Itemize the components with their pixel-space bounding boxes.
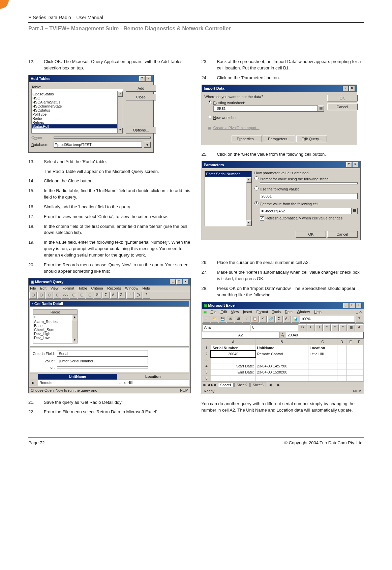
corner-cell[interactable] xyxy=(202,339,211,345)
list-item[interactable]: * xyxy=(34,316,77,320)
column-header-unitname[interactable]: UnitName xyxy=(38,373,117,380)
close-icon[interactable]: × xyxy=(146,76,151,81)
menu-records[interactable]: Records xyxy=(107,286,121,290)
list-item[interactable]: HSCAlarmStatus xyxy=(32,100,122,104)
sheet-tab-3[interactable]: Sheet3 xyxy=(250,383,266,387)
sort-desc-icon[interactable]: Z↓ xyxy=(118,292,126,299)
cancel-button[interactable]: Cancel xyxy=(327,231,358,238)
menu-help[interactable]: Help xyxy=(142,286,150,290)
print-icon[interactable]: 🖶 xyxy=(235,316,242,323)
menu-file[interactable]: File xyxy=(211,310,217,314)
col-header-d[interactable]: D xyxy=(337,339,346,345)
close-button[interactable]: Close xyxy=(126,94,156,100)
parameters-button[interactable]: Parameters... xyxy=(263,136,295,142)
list-item[interactable]: HSCchannelState xyxy=(32,104,122,108)
radio-use-value[interactable] xyxy=(254,186,259,190)
sheet-tab-1[interactable]: Sheet1 xyxy=(218,383,234,387)
list-item[interactable]: Dev_Low xyxy=(34,336,77,340)
existing-cell-field[interactable]: =$B$1 xyxy=(213,106,318,112)
tabnav-first-icon[interactable]: ⏮ xyxy=(203,383,207,387)
scroll-down-icon[interactable]: ▼ xyxy=(118,128,123,133)
sigma-icon[interactable]: Σ xyxy=(102,292,110,299)
close-icon[interactable]: × xyxy=(183,279,188,284)
menu-format[interactable]: Format xyxy=(256,310,268,314)
new-icon[interactable]: □ xyxy=(203,316,210,323)
tabnav-last-icon[interactable]: ⏭ xyxy=(214,383,217,387)
sort-asc-icon[interactable]: A↓ xyxy=(110,292,118,299)
ok-button[interactable]: OK xyxy=(327,95,358,101)
menu-view[interactable]: View xyxy=(51,286,59,290)
scroll-down-icon[interactable]: ▼ xyxy=(72,338,77,343)
menu-edit[interactable]: Edit xyxy=(40,286,47,290)
table-row[interactable]: 1Serial NumberUnitNameLocation xyxy=(202,345,363,351)
sql-icon[interactable]: SQL xyxy=(62,292,69,299)
close-icon[interactable]: × xyxy=(353,162,358,167)
col-header-b[interactable]: B xyxy=(255,339,308,345)
use-value-field[interactable]: 20061 xyxy=(260,193,358,199)
scroll-up-icon[interactable]: ▲ xyxy=(118,91,123,97)
table-row[interactable]: 4Start Date:23-04-03 14:57:00 xyxy=(202,363,363,369)
list-item[interactable]: HSC xyxy=(32,96,122,100)
maximize-icon[interactable]: □ xyxy=(350,303,355,308)
range-picker-icon[interactable]: ▦ xyxy=(318,106,324,112)
hscrollbar[interactable]: ◀ ▶ xyxy=(268,383,362,387)
save-icon[interactable]: 💾 xyxy=(219,316,226,323)
font-name-field[interactable]: Arial xyxy=(203,324,250,331)
col-header-f[interactable]: F xyxy=(355,339,363,345)
open-icon[interactable]: 📂 xyxy=(211,316,218,323)
toolbar-icon[interactable]: ▢ xyxy=(29,292,37,299)
italic-icon[interactable]: I xyxy=(307,324,314,331)
criteria-value-input[interactable]: [Enter Serial Number] xyxy=(57,358,148,364)
edit-query-button[interactable]: Edit Query... xyxy=(296,136,327,142)
refresh-checkbox[interactable]: ✓ xyxy=(260,216,264,221)
sheet-tab-2[interactable]: Sheet2 xyxy=(234,383,250,387)
menu-window[interactable]: Window xyxy=(125,286,138,290)
list-item-selected[interactable]: StatusPoll xyxy=(32,124,122,128)
run-icon[interactable]: ! xyxy=(126,292,134,299)
sort-icon[interactable]: A↓ xyxy=(283,316,291,323)
properties-button[interactable]: Properties... xyxy=(232,136,262,142)
maximize-icon[interactable]: □ xyxy=(176,279,182,284)
menu-criteria[interactable]: Criteria xyxy=(91,286,103,290)
table-row[interactable]: 3 xyxy=(202,357,363,363)
toolbar-icon[interactable]: ▢ xyxy=(46,292,53,299)
toolbar-icon[interactable]: ▢ xyxy=(78,292,85,299)
autosum-icon[interactable]: Σ xyxy=(275,316,283,323)
close-icon[interactable]: × xyxy=(356,303,362,308)
help-icon[interactable]: ? xyxy=(346,162,352,167)
toolbar-icon[interactable]: ▢ xyxy=(86,292,93,299)
col-header-c[interactable]: C xyxy=(308,339,337,345)
undo-icon[interactable]: ↶ xyxy=(259,316,267,323)
table-row[interactable]: 6 xyxy=(202,375,363,381)
menu-table[interactable]: Table xyxy=(78,286,87,290)
tabnav-next-icon[interactable]: ▶ xyxy=(211,383,213,387)
col-header-e[interactable]: E xyxy=(346,339,355,345)
cancel-button[interactable]: Cancel xyxy=(327,103,358,110)
link-icon[interactable]: 🔗 xyxy=(267,316,275,323)
param-listbox[interactable]: ▲ ▼ xyxy=(205,177,252,226)
menu-tools[interactable]: Tools xyxy=(272,310,281,314)
database-field[interactable]: \\prod08\c temp\TEST xyxy=(54,142,142,148)
fx-icon[interactable]: fx xyxy=(279,332,286,338)
dropdown-icon[interactable]: ▼ xyxy=(144,142,151,148)
cell-ref-field[interactable]: =Sheet1!$A$2 xyxy=(260,208,352,214)
cell-unitname[interactable]: Remote xyxy=(38,380,117,386)
radio-get-cell[interactable] xyxy=(254,201,259,205)
scrollbar[interactable]: ▲ ▼ xyxy=(117,91,123,133)
fields-listbox[interactable]: * Alarm_Retries Base Check_Sum Dev_High … xyxy=(33,315,77,343)
list-item[interactable]: Dev_High xyxy=(34,332,77,336)
row-selector[interactable]: ▶ xyxy=(30,380,38,386)
radio-prompt[interactable] xyxy=(254,176,259,180)
criteria-field-input[interactable]: Serial xyxy=(57,351,148,357)
scroll-up-icon[interactable]: ▲ xyxy=(72,315,77,320)
row-selector[interactable] xyxy=(30,373,38,380)
menu-data[interactable]: Data xyxy=(285,310,293,314)
align-left-icon[interactable]: ≡ xyxy=(323,324,331,331)
spell-icon[interactable]: ✓ xyxy=(243,316,250,323)
underline-icon[interactable]: U xyxy=(315,324,323,331)
ok-button[interactable]: OK xyxy=(296,231,326,238)
help-icon[interactable]: ? xyxy=(143,292,150,299)
menu-file[interactable]: File xyxy=(30,286,36,290)
toolbar-icon[interactable]: ▢ xyxy=(70,292,77,299)
menu-insert[interactable]: Insert xyxy=(243,310,252,314)
